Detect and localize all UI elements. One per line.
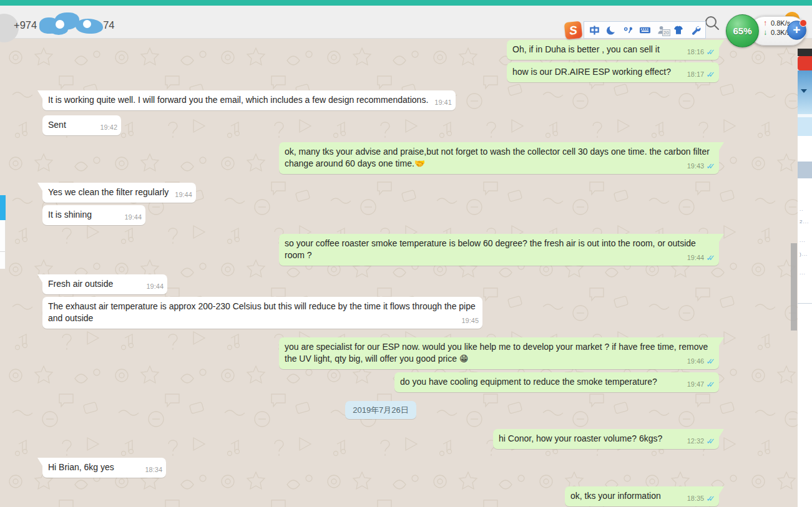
message-time: 18:34 (145, 464, 162, 476)
message-meta: 19:46✓✓ (687, 357, 715, 366)
toolbox-wrench-icon[interactable] (689, 24, 702, 36)
strip-selected-item[interactable] (798, 162, 812, 178)
speed-readout: ↑ 0.8K/s ↓ 0.3K/s (762, 19, 790, 36)
left-edge-blue-panel[interactable] (0, 195, 6, 220)
message-bubble[interactable]: hi Conor, how your roaster volume? 6kgs?… (493, 429, 719, 449)
boost-percent: 65% (733, 26, 751, 36)
message-text: do you have cooling equipment to reduce … (400, 377, 657, 387)
message-bubble[interactable]: Sent 19:42 (42, 115, 121, 135)
account-badge: 20 (662, 29, 670, 36)
left-edge-divider (0, 251, 5, 252)
message-time: 19:44 (175, 189, 192, 201)
message-time: 18:35 (687, 493, 705, 505)
message-meta: 19:44 (146, 282, 164, 291)
strip-blue-gradient (798, 70, 812, 114)
message-time: 19:45 (461, 315, 479, 327)
message-meta: 19:44✓✓ (687, 253, 715, 263)
chevron-down-icon[interactable] (801, 89, 807, 93)
background-window-strip[interactable]: .. 2... ... )... ... (798, 39, 812, 507)
message-text: how is our DR.AIRE ESP working effect? (512, 67, 671, 77)
message-time: 19:43 (687, 160, 705, 172)
message-time: 12:32 (687, 435, 705, 447)
message-time: 19:41 (434, 97, 452, 109)
message-text: Fresh air outside (48, 279, 113, 289)
message-text: ok, many tks your advise and praise,but … (285, 147, 710, 168)
skin-shirt-icon[interactable] (672, 24, 685, 36)
message-time: 18:17 (687, 69, 705, 80)
left-edge-white-panel[interactable] (0, 220, 6, 269)
message-bubble[interactable]: Yes we clean the filter regularly 19:44 (42, 183, 196, 203)
ime-toolbar: S 20 (565, 21, 706, 39)
message-meta: 19:43✓✓ (687, 162, 715, 171)
account-person-icon[interactable]: 20 (655, 24, 668, 36)
truncated-list-item[interactable]: )... (800, 251, 808, 257)
message-bubble[interactable]: so your coffee roaster smoke temperature… (279, 234, 719, 266)
message-time: 19:47 (687, 379, 705, 390)
message-bubble[interactable]: how is our DR.AIRE ESP working effect? 1… (507, 62, 719, 82)
message-text: It is shining (48, 210, 92, 220)
message-meta: 19:42 (100, 123, 117, 132)
censored-number-scribble (39, 15, 107, 35)
read-receipt-icon: ✓✓ (706, 357, 711, 365)
message-bubble[interactable]: Fresh air outside 19:44 (42, 274, 167, 294)
strip-red-icon[interactable] (798, 56, 812, 70)
strip-white-band (798, 136, 812, 162)
truncated-list-item[interactable]: ... (800, 238, 806, 243)
message-text: The exhaust air temperature is approx 20… (48, 301, 476, 323)
message-time: 19:42 (100, 122, 117, 133)
message-meta: 19:47✓✓ (687, 380, 715, 389)
whatsapp-top-bar (0, 0, 812, 6)
sogou-logo-letter: S (569, 24, 578, 36)
ime-toolbar-box: 20 (584, 21, 706, 39)
read-receipt-icon: ✓✓ (706, 495, 711, 503)
message-bubble[interactable]: ok, tks your information 18:35✓✓ (565, 486, 719, 506)
read-receipt-icon: ✓✓ (706, 70, 711, 79)
message-meta: 19:44 (124, 213, 142, 222)
message-meta: 18:17✓✓ (687, 70, 715, 79)
message-meta: 19:44 (175, 190, 192, 200)
notification-dot (800, 19, 807, 27)
sogou-logo-icon[interactable]: S (564, 21, 583, 39)
read-receipt-icon: ✓✓ (706, 437, 711, 445)
read-receipt-icon: ✓✓ (706, 48, 711, 56)
chat-scrollbar-thumb[interactable] (791, 243, 797, 331)
message-text: you are specialist for our ESP now. woul… (285, 342, 708, 364)
full-half-width-moon-icon[interactable] (605, 24, 617, 36)
message-text: so your coffee roaster smoke temperature… (285, 238, 696, 260)
chinese-mode-icon[interactable] (588, 24, 600, 36)
soft-keyboard-icon[interactable] (638, 24, 651, 36)
message-meta: 19:41 (434, 98, 452, 107)
truncated-list-item[interactable]: ... (800, 270, 806, 276)
truncated-list-item[interactable]: 2... (800, 219, 809, 225)
message-text: It is working quite well. I will forward… (48, 95, 428, 105)
message-bubble[interactable]: The exhaust air temperature is approx 20… (42, 297, 482, 329)
truncated-list-item[interactable]: .. (800, 206, 803, 212)
message-time: 18:16 (687, 46, 705, 58)
message-bubble[interactable]: ok, many tks your advise and praise,but … (279, 142, 719, 174)
download-arrow-icon: ↓ (762, 29, 768, 36)
message-text: Oh, if in Duha is better , you can sell … (512, 44, 660, 54)
message-bubble[interactable]: do you have cooling equipment to reduce … (394, 372, 719, 392)
message-bubble[interactable]: It is working quite well. I will forward… (42, 90, 456, 110)
message-bubble[interactable]: Hi Brian, 6kg yes 18:34 (42, 458, 166, 478)
strip-truncated-list: .. 2... ... )... ... (798, 178, 812, 340)
message-time: 19:46 (687, 355, 705, 367)
message-text: Yes we clean the filter regularly (48, 187, 169, 197)
message-meta: 19:45 (461, 316, 479, 326)
message-bubble[interactable]: Oh, if in Duha is better , you can sell … (507, 40, 719, 60)
message-bubble[interactable]: you are specialist for our ESP now. woul… (279, 337, 719, 369)
punctuation-icon[interactable] (622, 24, 634, 36)
date-divider: 2019年7月26日 (345, 401, 416, 419)
message-time: 19:44 (687, 252, 705, 264)
message-bubble[interactable]: It is shining 19:44 (42, 205, 145, 225)
chat-message-area: Oh, if in Duha is better , you can sell … (0, 39, 798, 507)
contact-title[interactable]: +974 74 (14, 15, 115, 35)
read-receipt-icon: ✓✓ (706, 162, 711, 170)
widget-plus-button[interactable]: + (787, 21, 806, 40)
boost-ball[interactable]: 65% (726, 14, 759, 47)
message-text: Hi Brian, 6kg yes (48, 462, 114, 472)
strip-lightblue-band (798, 117, 812, 136)
message-time: 19:44 (124, 211, 142, 223)
read-receipt-icon: ✓✓ (706, 254, 711, 262)
message-time: 19:44 (146, 281, 164, 292)
